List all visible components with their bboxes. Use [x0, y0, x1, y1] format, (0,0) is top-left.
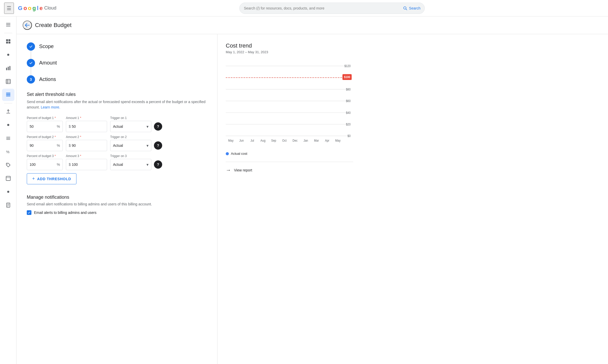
back-button[interactable] — [23, 21, 32, 30]
svg-text:Aug: Aug — [260, 139, 265, 142]
threshold-row-2: Percent of budget 2 * % Amount 2 — [27, 135, 207, 151]
checkbox-label: Email alerts to billing admins and users — [34, 211, 97, 215]
alert-section: Set alert threshold rules Send email ale… — [27, 92, 207, 184]
percent-input-1[interactable] — [30, 124, 56, 129]
add-threshold-button[interactable]: + ADD THRESHOLD — [27, 173, 76, 184]
chart-legend: Actual cost — [226, 152, 353, 156]
amount-field-2: Amount 2 * $ — [66, 135, 107, 151]
chart-container: $120 $100 $80 $60 $40 $20 $0 $100 May Ju… — [226, 60, 353, 148]
svg-rect-5 — [6, 39, 8, 41]
view-report-label: View report — [234, 168, 252, 172]
trigger-field-2: Trigger on 2 Actual Forecasted ▾ — [110, 135, 162, 151]
view-report-row[interactable]: → View report — [226, 162, 353, 173]
svg-rect-16 — [6, 93, 10, 94]
alert-section-title: Set alert threshold rules — [27, 92, 207, 97]
chevron-down-icon-2: ▾ — [146, 143, 149, 148]
sidebar: % — [0, 16, 16, 364]
step-circle-scope — [27, 42, 35, 51]
legend-dot — [226, 152, 229, 155]
step-label-scope: Scope — [39, 42, 54, 49]
arrow-right-icon: → — [226, 167, 231, 173]
trigger-select-1[interactable]: Actual Forecasted — [113, 124, 145, 129]
chevron-down-icon-1: ▾ — [146, 124, 149, 129]
svg-rect-4 — [6, 26, 10, 26]
sidebar-item-reports[interactable] — [2, 89, 14, 101]
sidebar-item-percent[interactable]: % — [2, 145, 14, 158]
sidebar-item-dot1[interactable] — [2, 49, 14, 61]
svg-rect-8 — [8, 42, 10, 43]
help-button-1[interactable]: ? — [154, 122, 162, 131]
sidebar-item-doc[interactable] — [2, 199, 14, 211]
svg-line-1 — [406, 9, 407, 10]
plus-icon: + — [32, 176, 35, 181]
svg-text:$20: $20 — [346, 122, 351, 126]
main-layout: Create Budget Scope — [16, 16, 608, 364]
alert-section-desc: Send email alert notifications after the… — [27, 99, 207, 110]
cost-trend-dates: May 1, 2022 – May 31, 2023 — [226, 50, 353, 54]
percent-input-2[interactable] — [30, 143, 56, 148]
search-icon — [403, 6, 407, 11]
svg-text:May: May — [228, 139, 234, 142]
svg-text:$40: $40 — [346, 111, 351, 114]
sidebar-item-menu[interactable] — [2, 19, 14, 31]
sidebar-item-chart[interactable] — [2, 62, 14, 74]
page-header: Create Budget — [16, 16, 608, 34]
sidebar-item-list[interactable] — [2, 132, 14, 144]
learn-more-link[interactable]: Learn more. — [41, 105, 60, 109]
svg-text:Jun: Jun — [239, 139, 244, 142]
svg-text:$80: $80 — [346, 87, 351, 91]
check-icon-2 — [29, 61, 33, 65]
sidebar-item-tag[interactable] — [2, 159, 14, 171]
help-button-2[interactable]: ? — [154, 141, 162, 150]
svg-text:May: May — [335, 139, 341, 142]
email-alerts-checkbox[interactable] — [27, 210, 31, 215]
back-icon — [24, 22, 30, 28]
search-button[interactable]: Search — [403, 6, 420, 11]
left-content: Scope Amount 3 — [16, 34, 217, 364]
search-input[interactable] — [244, 6, 403, 10]
search-bar: Search — [239, 3, 425, 14]
svg-text:$0: $0 — [348, 134, 351, 138]
step-actions: 3 Actions — [27, 75, 207, 84]
svg-rect-11 — [9, 66, 10, 70]
trigger-field-1: Trigger on 1 Actual Forecasted ▾ — [110, 116, 162, 132]
help-button-3[interactable]: ? — [154, 160, 162, 169]
percent-field-1: Percent of budget 1 * % — [27, 116, 63, 132]
right-panel: Cost trend May 1, 2022 – May 31, 2023 $1… — [217, 34, 361, 364]
svg-rect-7 — [6, 42, 8, 43]
svg-rect-3 — [6, 24, 10, 25]
checkmark-icon — [27, 211, 31, 214]
sidebar-divider-2 — [4, 103, 12, 103]
amount-input-2[interactable] — [72, 143, 104, 148]
amount-input-1[interactable] — [72, 124, 104, 129]
threshold-row-1: Percent of budget 1 * % Amount 1 — [27, 116, 207, 132]
amount-input-3[interactable] — [72, 162, 104, 167]
google-cloud-logo: Google Cloud — [18, 5, 56, 12]
svg-text:Dec: Dec — [293, 139, 298, 142]
topbar: ☰ Google Cloud Search — [0, 0, 608, 16]
sidebar-item-table[interactable] — [2, 75, 14, 88]
sidebar-item-dashboard[interactable] — [2, 35, 14, 48]
step-list: Scope Amount 3 — [27, 42, 207, 84]
trigger-select-2[interactable]: Actual Forecasted — [113, 143, 145, 148]
svg-text:Apr: Apr — [325, 139, 329, 142]
sidebar-item-upload[interactable] — [2, 105, 14, 118]
sidebar-item-billing-table[interactable] — [2, 172, 14, 185]
hamburger-button[interactable]: ☰ — [4, 3, 14, 14]
percent-input-3[interactable] — [30, 162, 56, 167]
step-amount: Amount — [27, 59, 207, 75]
threshold-row-3: Percent of budget 3 * % Amount 3 — [27, 154, 207, 170]
sidebar-item-dot3[interactable] — [2, 186, 14, 198]
amount-field-1: Amount 1 * $ — [66, 116, 107, 132]
trigger-select-3[interactable]: Actual Forecasted — [113, 162, 145, 167]
content-area: Scope Amount 3 — [16, 34, 608, 364]
notifications-title: Manage notifications — [27, 195, 207, 200]
threshold-rows: Percent of budget 1 * % Amount 1 — [27, 116, 207, 170]
svg-text:Mar: Mar — [314, 139, 319, 142]
svg-text:Oct: Oct — [282, 139, 287, 142]
percent-field-2: Percent of budget 2 * % — [27, 135, 63, 151]
svg-text:$60: $60 — [346, 99, 351, 103]
svg-text:%: % — [6, 150, 9, 154]
chevron-down-icon-3: ▾ — [146, 162, 149, 167]
sidebar-item-dot2[interactable] — [2, 119, 14, 131]
